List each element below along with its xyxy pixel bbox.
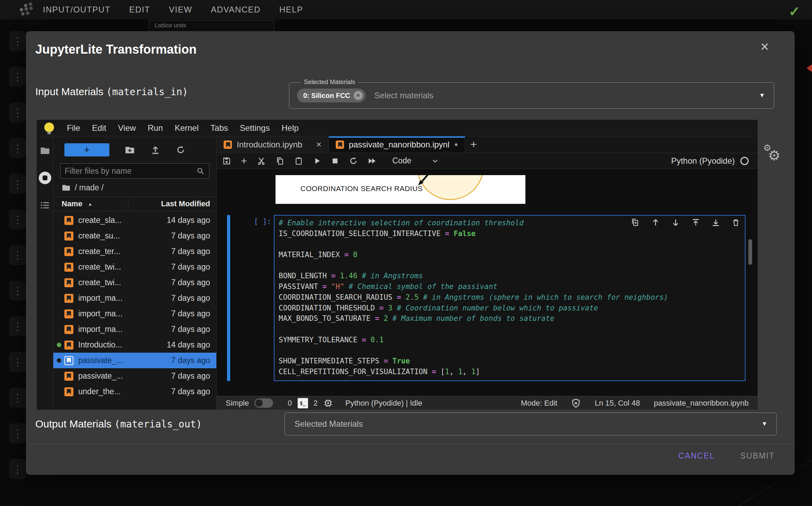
refresh-icon[interactable] (176, 145, 186, 155)
new-folder-icon[interactable] (125, 145, 135, 155)
file-list-item[interactable]: passivate_... 7 days ago (53, 353, 216, 368)
notebook-file-icon (64, 372, 73, 381)
submit-button[interactable]: SUBMIT (740, 451, 775, 461)
save-icon[interactable] (222, 156, 231, 165)
kernel-run-dot (57, 327, 61, 332)
jupyter-menu-item[interactable]: View (112, 123, 142, 133)
background-kebab-menu-icon[interactable]: ⋮ (9, 388, 26, 408)
breadcrumb[interactable]: / made / (53, 179, 216, 197)
cancel-button[interactable]: CANCEL (678, 451, 715, 461)
cell-collapser[interactable] (227, 215, 230, 381)
delete-cell-icon[interactable] (731, 218, 740, 227)
app-top-bar: INPUT/OUTPUTEDITVIEWADVANCEDHELP (0, 0, 812, 19)
trust-shield-icon[interactable] (571, 398, 581, 408)
file-list-item[interactable]: create_ter... 7 days ago (53, 244, 216, 259)
jupyter-menu-item[interactable]: File (61, 123, 86, 133)
jupyter-menu-item[interactable]: Kernel (169, 123, 205, 133)
scrollbar-thumb[interactable] (748, 239, 752, 265)
file-list-item[interactable]: under_the... 7 days ago (53, 384, 216, 399)
upload-icon[interactable] (150, 145, 161, 155)
file-modified: 7 days ago (171, 278, 216, 287)
file-list-item[interactable]: create_su... 7 days ago (53, 228, 216, 244)
app-menu-item[interactable]: INPUT/OUTPUT (43, 5, 110, 15)
file-list-item[interactable]: passivate_... 7 days ago (53, 368, 216, 384)
file-browser-toolbar: + (53, 136, 216, 159)
cell-type-dropdown[interactable]: Code (393, 156, 439, 165)
column-header-name[interactable]: Name ▲ (53, 197, 128, 211)
new-tab-button[interactable]: + (465, 136, 482, 153)
restart-run-all-icon[interactable] (368, 156, 377, 165)
code-cell-editor[interactable]: # Enable interactive selection of coordi… (274, 215, 746, 381)
duplicate-cell-icon[interactable] (631, 218, 640, 227)
paste-cell-icon[interactable] (294, 156, 303, 165)
app-logo-icon[interactable] (21, 9, 22, 10)
jupyter-menu-item[interactable]: Tabs (205, 123, 234, 133)
cut-cell-icon[interactable] (257, 156, 266, 165)
background-kebab-menu-icon[interactable]: ⋮ (9, 245, 26, 265)
background-kebab-menu-icon[interactable]: ⋮ (9, 281, 26, 301)
file-list-item[interactable]: import_ma... 7 days ago (53, 306, 216, 322)
notebook-file-icon (64, 278, 73, 287)
background-kebab-menu-icon[interactable]: ⋮ (9, 316, 26, 336)
add-cell-icon[interactable]: + (241, 155, 247, 167)
copy-cell-icon[interactable] (276, 156, 285, 165)
selected-materials-legend: Selected Materials (301, 79, 358, 86)
restart-kernel-icon[interactable] (349, 156, 358, 165)
kernel-run-dot (57, 265, 61, 269)
filter-files-input[interactable] (65, 166, 196, 176)
app-menu-item[interactable]: VIEW (169, 5, 192, 15)
table-of-contents-icon[interactable] (40, 200, 50, 210)
close-icon[interactable]: × (760, 39, 769, 54)
settings-gears-icon[interactable]: ⚙ ⚙ (763, 145, 785, 167)
background-kebab-menu-icon[interactable]: ⋮ (9, 138, 26, 158)
file-list-item[interactable]: create_twi... 7 days ago (53, 259, 216, 275)
background-kebab-menu-icon[interactable]: ⋮ (9, 459, 26, 479)
background-kebab-menu-icon[interactable]: ⋮ (9, 31, 26, 51)
running-kernels-icon[interactable] (39, 172, 51, 184)
tab-passivate-nanoribbon[interactable]: passivate_nanoribbon.ipynl ● (329, 136, 466, 153)
file-list-item[interactable]: import_ma... 7 days ago (53, 322, 216, 337)
material-chip[interactable]: 0: Silicon FCC × (297, 89, 366, 102)
mode-indicator: Mode: Edit (521, 399, 557, 408)
column-header-modified[interactable]: Last Modified (128, 199, 216, 208)
background-kebab-menu-icon[interactable]: ⋮ (9, 352, 26, 372)
check-icon[interactable]: ✓ (788, 3, 800, 19)
simple-mode-toggle[interactable] (254, 398, 273, 408)
jupyter-menu-item[interactable]: Edit (86, 123, 112, 133)
kernel-selector[interactable]: Python (Pyodide) (671, 156, 735, 166)
terminal-icon[interactable]: $_ (298, 398, 308, 408)
image-caption: COORDINATION SEARCH RADIUS (300, 184, 423, 193)
background-kebab-menu-icon[interactable]: ⋮ (9, 174, 26, 194)
app-menu-item[interactable]: ADVANCED (211, 5, 261, 15)
file-list-item[interactable]: import_ma... 7 days ago (53, 290, 216, 306)
move-cell-up-icon[interactable] (651, 218, 660, 227)
file-list-item[interactable]: create_twi... 7 days ago (53, 275, 216, 290)
insert-cell-below-icon[interactable] (711, 218, 720, 227)
app-menu-item[interactable]: HELP (279, 5, 303, 15)
file-browser-icon[interactable] (40, 145, 50, 156)
file-list-item[interactable]: Introductio... 14 days ago (53, 337, 216, 353)
tab-introduction[interactable]: Introduction.ipynb × (217, 136, 329, 153)
chip-remove-icon[interactable]: × (354, 91, 363, 100)
jupyter-menu-item[interactable]: Run (142, 123, 169, 133)
background-kebab-menu-icon[interactable]: ⋮ (9, 102, 26, 123)
file-list-item[interactable]: create_sla... 14 days ago (53, 213, 216, 228)
insert-cell-above-icon[interactable] (691, 218, 700, 227)
file-name: create_ter... (78, 247, 171, 256)
move-cell-down-icon[interactable] (671, 218, 680, 227)
background-kebab-menu-icon[interactable]: ⋮ (9, 209, 26, 229)
run-cell-icon[interactable] (313, 157, 321, 165)
background-kebab-menu-icon[interactable]: ⋮ (9, 423, 26, 443)
notebook-scroll-area[interactable]: COORDINATION SEARCH RADIUS [ ]: # Enable… (217, 169, 758, 396)
app-menu-item[interactable]: EDIT (129, 5, 150, 15)
tab-close-icon[interactable]: × (316, 139, 321, 150)
kernel-status-text[interactable]: Python (Pyodide) | Idle (345, 399, 422, 408)
jupyter-menu-item[interactable]: Help (276, 123, 304, 133)
kernel-chip-icon[interactable] (323, 398, 333, 408)
new-launcher-button[interactable]: + (64, 143, 109, 156)
background-kebab-menu-icon[interactable]: ⋮ (9, 67, 26, 87)
stop-kernel-icon[interactable] (331, 157, 339, 165)
output-materials-select[interactable]: Selected Materials ▼ (285, 413, 777, 435)
jupyter-menu-item[interactable]: Settings (234, 123, 276, 133)
input-materials-select[interactable]: Selected Materials 0: Silicon FCC × Sele… (289, 82, 774, 109)
